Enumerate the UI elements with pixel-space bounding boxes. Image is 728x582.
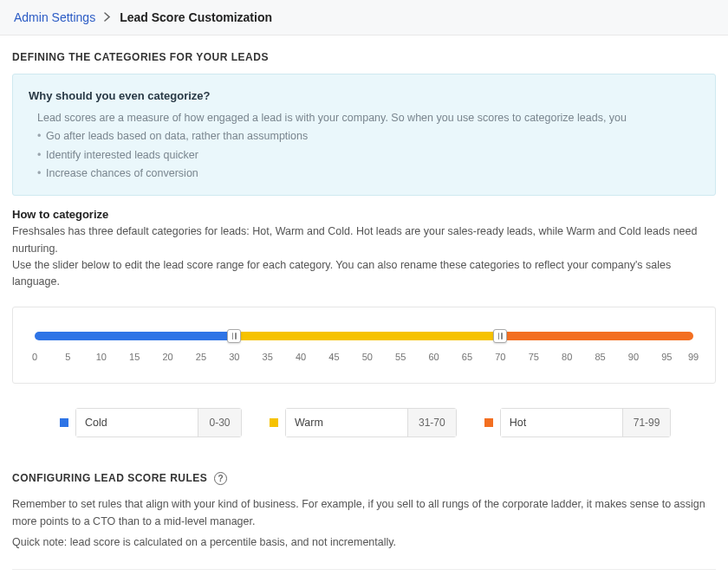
warm-name-input[interactable] [286,409,407,436]
slider-tick: 20 [162,352,172,362]
chevron-right-icon [104,10,111,24]
cold-range-label: 0-30 [198,409,241,436]
slider-handle-warm-hot[interactable] [493,329,507,343]
howto-line-2: Use the slider below to edit the lead sc… [12,257,716,291]
divider [12,569,716,570]
slider-tick: 60 [428,352,439,362]
hot-swatch-icon [484,418,493,427]
slider-tick: 5 [65,352,70,362]
category-labels-row: 0-30 31-70 71-99 [12,408,716,437]
breadcrumb-admin-settings[interactable]: Admin Settings [14,10,95,24]
howto-heading: How to categorize [12,206,716,223]
slider-tick: 65 [462,352,472,362]
slider-tick: 70 [495,352,505,362]
warm-swatch-icon [270,418,278,427]
slider-scale: 0510152025303540455055606570758085909599 [35,352,693,365]
info-bullet-1: Go after leads based on data, rather tha… [37,127,699,146]
defining-categories-heading: DEFINING THE CATEGORIES FOR YOUR LEADS [12,51,716,63]
slider-tick: 10 [96,352,107,362]
slider-tick: 25 [196,352,206,362]
slider-tick: 0 [32,352,37,362]
info-box-question: Why should you even categorize? [29,87,699,106]
slider-tick: 90 [628,352,639,362]
score-range-slider-card: 0510152025303540455055606570758085909599 [12,307,716,384]
help-icon[interactable]: ? [214,472,227,485]
slider-tick: 40 [296,352,306,362]
cold-swatch-icon [60,418,68,427]
rules-description: Remember to set rules that align with yo… [12,495,716,531]
breadcrumb: Admin Settings Lead Score Customization [0,0,728,36]
warm-range-label: 31-70 [407,409,456,436]
info-bullet-2: Identify interested leads quicker [37,146,699,165]
info-box-intro: Lead scores are a measure of how engaged… [37,109,699,127]
tab-application-activity[interactable]: APPLICATION ACTIVITY [225,579,344,582]
cold-name-input[interactable] [76,409,198,436]
slider-tick: 80 [562,352,572,362]
slider-tick: 30 [229,352,239,362]
warm-category: 31-70 [270,408,457,437]
slider-tick: 95 [661,352,672,362]
slider-tick: 85 [595,352,605,362]
warm-bar [234,332,500,340]
tab-web-activity[interactable]: WEB ACTIVITY [366,579,439,582]
hot-range-label: 71-99 [622,409,671,436]
hot-category: 71-99 [484,408,672,437]
slider-tick: 35 [263,352,273,362]
info-bullet-3: Increase chances of conversion [37,165,699,183]
tab-lead-property[interactable]: LEAD PROPERTY [12,579,99,582]
hot-name-input[interactable] [501,409,622,436]
slider-tick: 15 [129,352,140,362]
breadcrumb-current: Lead Score Customization [120,10,272,24]
slider-tick: 55 [395,352,406,362]
cold-category: 0-30 [60,408,242,437]
rules-tabs: LEAD PROPERTYEMAIL ACTIVITYAPPLICATION A… [12,579,716,582]
tab-email-activity[interactable]: EMAIL ACTIVITY [121,579,203,582]
score-range-track [35,329,693,343]
slider-handle-cold-warm[interactable] [227,329,241,343]
hot-bar [500,332,693,340]
slider-tick: 99 [688,352,699,362]
slider-tick: 45 [328,352,339,362]
slider-tick: 50 [362,352,373,362]
howto-line-1: Freshsales has three default categories … [12,223,716,257]
cold-bar [35,332,234,340]
rules-quick-note: Quick note: lead score is calculated on … [12,536,716,548]
why-categorize-info-box: Why should you even categorize? Lead sco… [12,74,716,196]
how-to-categorize: How to categorize Freshsales has three d… [12,206,716,291]
slider-tick: 75 [529,352,539,362]
configuring-rules-heading: CONFIGURING LEAD SCORE RULES ? [12,472,716,485]
